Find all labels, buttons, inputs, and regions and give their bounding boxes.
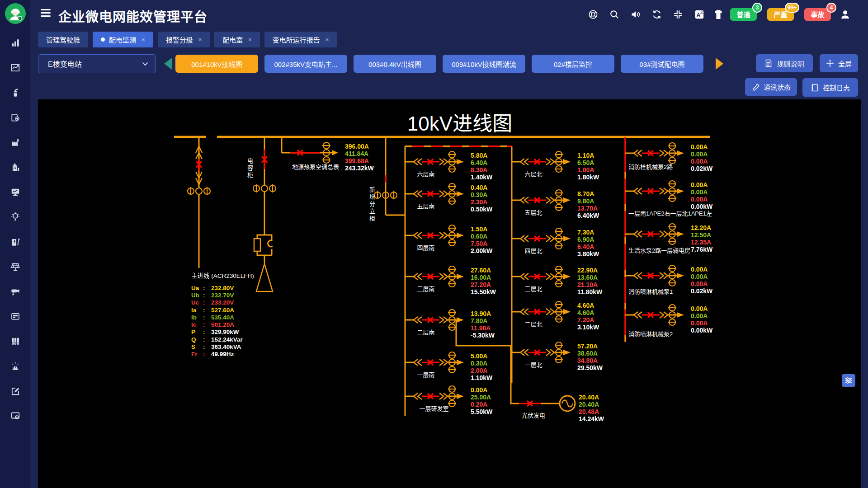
user-icon[interactable] [840, 9, 851, 20]
reading-b: 9.80A [577, 197, 599, 205]
reading-a: 0.40A [471, 184, 492, 191]
reading-c: 0.20A [471, 401, 492, 408]
close-icon[interactable]: × [198, 36, 202, 43]
diagram-tab-3[interactable]: 009#10kV接线图潮流 [443, 55, 525, 73]
alarm-badge-1[interactable]: 严重99+ [767, 8, 794, 21]
app-logo[interactable] [4, 2, 27, 25]
meter-value: 329.90kW [211, 328, 239, 335]
alarm-badge-count: 3 [752, 3, 762, 13]
nav-tab-1[interactable]: 配电监测× [93, 32, 153, 47]
feeder-label: 六层南 [417, 169, 434, 178]
diagram-tab-4[interactable]: 02#楼层监控 [532, 55, 614, 73]
feeder-symbol [625, 143, 684, 164]
solar-panel-icon[interactable] [10, 262, 20, 272]
meter-value: 535.40A [211, 314, 234, 321]
theme-shirt-icon[interactable] [712, 9, 724, 20]
system-settings-icon[interactable] [10, 411, 20, 421]
feeder-label: 一层南1APE2右一层北1APE1左 [628, 209, 712, 217]
feeder-readings: 0.00A25.00A0.20A5.50kW [471, 386, 492, 415]
translate-icon[interactable]: A文 [694, 9, 705, 20]
comm-status-button[interactable]: 通讯状态 [745, 78, 797, 96]
rules-button[interactable]: 规则说明 [756, 54, 813, 72]
meter-param: Uc [191, 299, 203, 306]
feeder-readings: 20.40A 20.40A 20.48A 14.24kW [579, 394, 604, 422]
tabs-scroll-right-icon[interactable] [716, 58, 723, 70]
reading-a: 8.70A [577, 190, 599, 197]
access-device-icon[interactable] [10, 311, 20, 321]
bulb-icon[interactable] [10, 212, 20, 222]
feeder-readings: 0.40A0.30A2.30A0.50kW [471, 184, 492, 213]
meter-row-S: S:363.40kVA [191, 343, 254, 350]
volume-icon[interactable] [630, 9, 641, 20]
monitor-icon[interactable] [10, 187, 20, 197]
archive-icon[interactable] [10, 336, 20, 346]
app-window: 企业微电网能效管理平台 A文 普通3严重99+事故4 管理驾驶舱配电监测×报警分… [0, 0, 868, 488]
rules-button-label: 规则说明 [777, 59, 804, 68]
alarm-badges: 普通3严重99+事故4 [730, 0, 831, 28]
feeder-readings: 22.90A13.60A21.10A11.80kW [577, 267, 602, 296]
trend-chart-icon[interactable] [10, 63, 20, 73]
reading-c: 20.48A [579, 408, 604, 415]
alarm-badge-2[interactable]: 事故4 [804, 8, 831, 21]
diagram-tab-0[interactable]: 001#10kV接线图 [175, 55, 258, 73]
reading-p: 0.00kW [691, 327, 712, 334]
tabs-scroll-left-icon[interactable] [164, 58, 172, 70]
help-ring-icon[interactable] [588, 9, 599, 20]
nav-tab-label: 变电所运行报告 [273, 35, 320, 44]
refresh-icon[interactable] [651, 9, 662, 20]
nav-tab-3[interactable]: 配电室× [214, 32, 260, 47]
feeder-label: 二层南 [417, 328, 434, 336]
bar-chart-icon[interactable] [10, 38, 20, 48]
meter-row-Fr: Fr:49.99Hz [191, 351, 254, 358]
fire-extinguisher-icon[interactable] [10, 88, 20, 98]
control-log-button[interactable]: 控制日志 [802, 78, 858, 97]
feeder-readings: 396.00A 411.84A 399.68A 243.32kW [345, 143, 374, 172]
camera-icon[interactable] [10, 286, 20, 296]
feeder-readings: 5.80A6.40A8.30A1.40kW [471, 152, 492, 181]
reading-p: 1.80kW [577, 174, 599, 181]
diagram-tab-1[interactable]: 002#35kV变电站主... [264, 55, 347, 73]
reading-p: 14.24kW [579, 415, 604, 422]
reading-b: 0.00A [691, 312, 712, 319]
reading-a: 0.00A [691, 143, 712, 150]
fullscreen-button[interactable]: 全屏 [820, 54, 858, 72]
meter-colon: : [203, 336, 211, 343]
reading-p: 15.50kW [471, 288, 496, 296]
reading-c: 11.90A [471, 324, 495, 332]
display-settings-button[interactable] [842, 374, 855, 387]
station-select[interactable]: E楼变电站 [38, 54, 156, 73]
close-icon[interactable]: × [326, 36, 329, 43]
meter-param: Ib [191, 314, 203, 321]
feeder-label: 光伏发电 [522, 411, 545, 419]
reading-a: 22.90A [577, 267, 602, 274]
search-icon[interactable] [609, 9, 620, 20]
menu-toggle-icon[interactable] [41, 9, 51, 19]
header-icons: A文 [588, 0, 705, 28]
reading-b: 4.60A [577, 309, 599, 316]
close-icon[interactable]: × [142, 36, 145, 43]
nav-tab-2[interactable]: 报警分级× [158, 32, 210, 47]
ev-charger-icon[interactable] [10, 237, 20, 247]
reading-b: 20.40A [579, 401, 604, 408]
compress-icon[interactable] [673, 9, 684, 20]
nav-tab-0[interactable]: 管理驾驶舱 [38, 32, 88, 47]
diagram-tab-2[interactable]: 003#0.4kV出线图 [354, 55, 436, 73]
alarm-badge-0[interactable]: 普通3 [730, 8, 757, 21]
edit-icon[interactable] [10, 386, 20, 396]
meter-value: 232.70V [211, 292, 234, 299]
close-icon[interactable]: × [248, 36, 252, 43]
map-search-icon[interactable] [10, 113, 20, 122]
reading-a: 1.10A [577, 152, 599, 159]
meter-row-Ic: Ic:501.20A [191, 321, 254, 328]
reading-a: 27.60A [471, 267, 496, 274]
alarm-beacon-icon[interactable] [10, 361, 20, 371]
meter-row-Ia: Ia:527.60A [191, 306, 254, 314]
meter-param: Fr [191, 351, 203, 357]
diagram-tab-5[interactable]: 03#测试配电图 [621, 55, 703, 73]
reading-a: 5.00A [471, 352, 492, 360]
reading-c: 2.00A [471, 367, 492, 374]
sliders-icon [845, 377, 852, 384]
factory-icon[interactable] [10, 137, 20, 147]
nav-tab-4[interactable]: 变电所运行报告× [264, 32, 337, 47]
hospital-icon[interactable] [10, 162, 20, 172]
